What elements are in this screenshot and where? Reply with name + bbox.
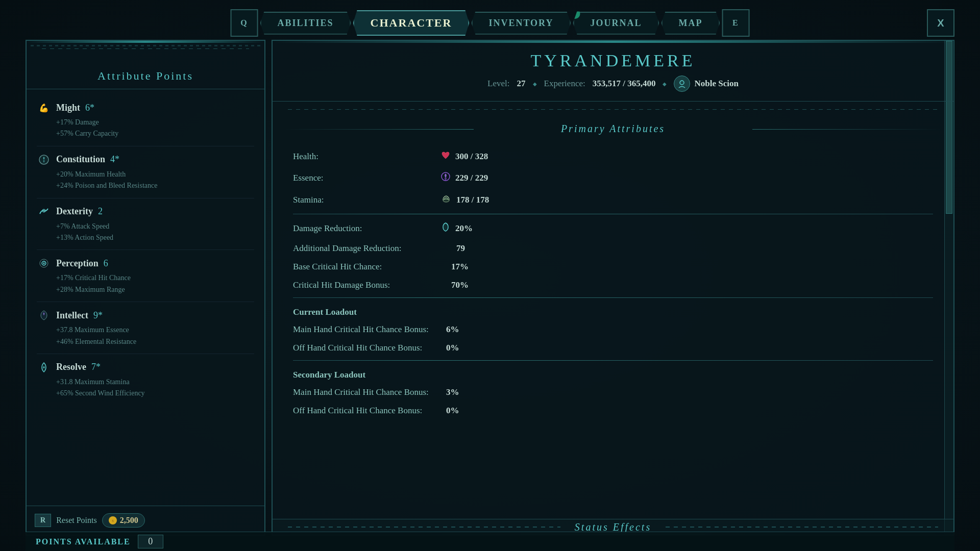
- secondary-off-row: Off Hand Critical Hit Chance Bonus: 0%: [293, 402, 933, 420]
- stats-content: Health: 300 / 328 Essence:: [273, 141, 953, 519]
- add-damage-reduction-label: Additional Damage Reduction:: [293, 243, 436, 254]
- sep-3: [293, 360, 933, 361]
- health-row: Health: 300 / 328: [293, 146, 933, 167]
- attr-header-intellect: Intellect 9*: [37, 308, 254, 322]
- current-off-row: Off Hand Critical Hit Chance Bonus: 0%: [293, 339, 933, 357]
- secondary-off-value: 0%: [446, 406, 459, 416]
- e-key-button[interactable]: E: [722, 9, 749, 37]
- add-damage-reduction-row: Additional Damage Reduction: 79: [293, 239, 933, 258]
- attribute-item-might: 💪 Might 6* +17% Damage +57% Carry Capaci…: [37, 94, 254, 146]
- attr-bonus-dexterity: +7% Attack Speed +13% Action Speed: [56, 221, 254, 244]
- secondary-main-value: 3%: [446, 387, 459, 397]
- primary-attributes-title: Primary Attributes: [561, 123, 665, 134]
- journal-badge: !: [570, 9, 580, 19]
- add-damage-reduction-value: 79: [456, 243, 465, 254]
- right-panel: TYRANDEMERE Level: 27 ◆ Experience: 353,…: [272, 40, 954, 536]
- diamond-1: ◆: [533, 81, 537, 87]
- attribute-item-dexterity: Dexterity 2 +7% Attack Speed +13% Action…: [37, 198, 254, 251]
- inventory-tab[interactable]: INVENTORY: [471, 12, 571, 35]
- class-badge: Noble Scion: [674, 76, 738, 92]
- top-deco-right: [273, 102, 953, 117]
- sep-1: [293, 214, 933, 214]
- attr-header-perception: Perception 6: [37, 256, 254, 270]
- attr-bonus-constitution: +20% Maximum Health +24% Poison and Blee…: [56, 169, 254, 192]
- resolve-icon: [37, 360, 51, 374]
- reset-label: Reset Points: [56, 516, 97, 525]
- health-label: Health:: [293, 152, 436, 162]
- attribute-item-constitution: Constitution 4* +20% Maximum Health +24%…: [37, 146, 254, 198]
- attr-name-intellect: Intellect: [56, 310, 88, 321]
- crit-damage-row: Critical Hit Damage Bonus: 70%: [293, 276, 933, 294]
- level-value: 27: [517, 79, 526, 89]
- journal-tab[interactable]: JOURNAL !: [573, 12, 659, 35]
- attr-bonus-resolve: +31.8 Maximum Stamina +65% Second Wind E…: [56, 377, 254, 399]
- current-off-value: 0%: [446, 343, 459, 353]
- attr-value-constitution: 4*: [110, 154, 119, 165]
- attr-name-dexterity: Dexterity: [56, 206, 93, 217]
- points-label: POINTS AVAILABLE: [36, 537, 131, 546]
- svg-point-5: [43, 366, 45, 368]
- panel-title: Attribute Points: [27, 60, 264, 89]
- reset-bar: R Reset Points $ 2,500: [27, 506, 264, 535]
- secondary-main-label: Main Hand Critical Hit Chance Bonus:: [293, 387, 436, 397]
- attr-bonus-might: +17% Damage +57% Carry Capacity: [56, 117, 254, 140]
- journal-label: JOURNAL: [590, 18, 642, 28]
- char-header: TYRANDEMERE Level: 27 ◆ Experience: 353,…: [273, 41, 953, 102]
- secondary-off-label: Off Hand Critical Hit Chance Bonus:: [293, 406, 436, 416]
- stamina-label: Stamina:: [293, 195, 436, 205]
- attr-value-resolve: 7*: [91, 362, 101, 372]
- dexterity-icon: [37, 205, 51, 219]
- attr-bonus-perception: +17% Critical Hit Chance +28% Maximum Ra…: [56, 272, 254, 295]
- attr-value-intellect: 9*: [93, 310, 103, 321]
- attr-value-might: 6*: [85, 103, 94, 113]
- might-icon: 💪: [37, 101, 51, 115]
- primary-attributes-section: Primary Attributes: [273, 117, 953, 141]
- secondary-main-row: Main Hand Critical Hit Chance Bonus: 3%: [293, 383, 933, 402]
- stamina-row: Stamina: 178 / 178: [293, 189, 933, 211]
- health-icon: [440, 150, 451, 163]
- class-icon: [674, 76, 690, 92]
- damage-reduction-label: Damage Reduction:: [293, 223, 436, 234]
- damage-reduction-row: Damage Reduction: 20%: [293, 217, 933, 239]
- q-key-button[interactable]: Q: [231, 9, 258, 37]
- attribute-item-perception: Perception 6 +17% Critical Hit Chance +2…: [37, 250, 254, 302]
- class-name: Noble Scion: [694, 79, 738, 89]
- attr-header-dexterity: Dexterity 2: [37, 205, 254, 219]
- left-panel: Attribute Points 💪 Might 6* +17% Damage …: [26, 40, 265, 536]
- top-deco: [27, 41, 264, 56]
- current-main-value: 6%: [446, 324, 459, 335]
- close-button[interactable]: X: [927, 9, 954, 37]
- attr-header-might: 💪 Might 6*: [37, 101, 254, 115]
- stamina-value: 178 / 178: [456, 195, 489, 205]
- reset-key: R: [35, 514, 51, 527]
- attr-header-constitution: Constitution 4*: [37, 153, 254, 167]
- essence-value: 229 / 229: [455, 173, 488, 183]
- attribute-list: 💪 Might 6* +17% Damage +57% Carry Capaci…: [27, 89, 264, 506]
- map-tab[interactable]: MAP: [661, 12, 720, 35]
- shield-icon: [440, 221, 451, 235]
- intellect-icon: [37, 308, 51, 322]
- exp-label: Experience:: [544, 79, 585, 89]
- attr-name-resolve: Resolve: [56, 362, 86, 372]
- abilities-tab[interactable]: ABILITIES: [260, 12, 351, 35]
- char-name: TYRANDEMERE: [288, 51, 938, 70]
- coin-value: 2,500: [120, 516, 138, 525]
- attr-value-perception: 6: [104, 258, 108, 269]
- points-bar: POINTS AVAILABLE 0: [26, 532, 954, 551]
- sep-2: [293, 297, 933, 298]
- character-tab[interactable]: CHARACTER: [353, 10, 470, 36]
- constitution-icon: [37, 153, 51, 167]
- current-off-label: Off Hand Critical Hit Chance Bonus:: [293, 343, 436, 353]
- points-value: 0: [138, 535, 163, 548]
- attr-name-might: Might: [56, 103, 80, 113]
- svg-point-4: [43, 263, 45, 264]
- attribute-item-intellect: Intellect 9* +37.8 Maximum Essence +46% …: [37, 302, 254, 354]
- crit-damage-value: 70%: [451, 280, 469, 290]
- secondary-loadout-title: Secondary Loadout: [293, 364, 933, 383]
- attr-name-constitution: Constitution: [56, 154, 105, 165]
- attr-value-dexterity: 2: [98, 206, 103, 217]
- svg-point-10: [443, 199, 449, 202]
- essence-row: Essence: 229 / 229: [293, 167, 933, 189]
- exp-value: 353,517 / 365,400: [593, 79, 656, 89]
- current-main-label: Main Hand Critical Hit Chance Bonus:: [293, 324, 436, 335]
